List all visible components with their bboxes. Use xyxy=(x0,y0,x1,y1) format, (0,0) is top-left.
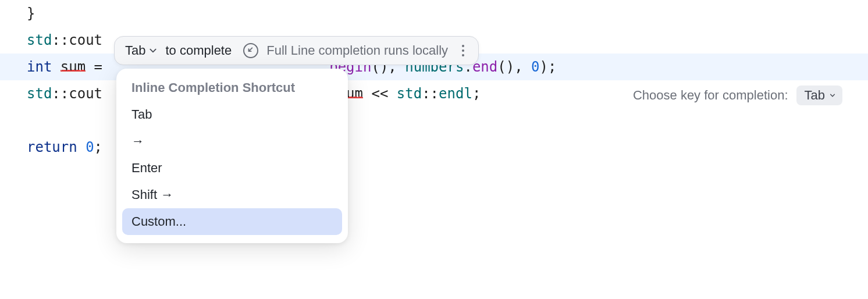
token-return: return xyxy=(27,139,77,155)
token-zero: 0 xyxy=(531,59,539,75)
token-close: ); xyxy=(539,59,556,75)
token-cout2: cout xyxy=(69,86,102,102)
completion-key-label: Tab xyxy=(125,43,145,58)
shortcut-option-custom[interactable]: Custom... xyxy=(122,208,342,235)
shortcut-option-enter[interactable]: Enter xyxy=(122,155,342,181)
token-cout: cout xyxy=(69,32,102,48)
token-eq: = xyxy=(86,59,111,75)
token-scope: :: xyxy=(52,32,69,48)
shortcut-option-tab[interactable]: Tab xyxy=(122,101,342,128)
choose-key-chip[interactable]: Tab xyxy=(796,86,842,105)
token-end-args: (), xyxy=(497,59,531,75)
token-space xyxy=(77,139,86,155)
token-std: std xyxy=(27,32,52,48)
choose-key-label: Choose key for completion: xyxy=(633,88,788,103)
token-scope2: :: xyxy=(52,86,69,102)
shortcut-option-right[interactable]: → xyxy=(122,128,342,155)
token-sum: sum xyxy=(61,59,86,75)
token-semi3: ; xyxy=(94,139,102,155)
token-endl: endl xyxy=(439,86,472,102)
chevron-down-icon xyxy=(149,43,157,58)
to-complete-label: to complete xyxy=(165,43,232,58)
token-std3: std xyxy=(397,86,422,102)
shortcut-option-shift-right[interactable]: Shift → xyxy=(122,181,342,208)
choose-key-hint: Choose key for completion: Tab xyxy=(633,82,842,109)
code-line-brace: } xyxy=(0,0,868,27)
token-lt2: << xyxy=(363,86,397,102)
token-std2: std xyxy=(27,86,52,102)
local-completion-hint: Full Line completion runs locally xyxy=(266,43,448,58)
brace-close: } xyxy=(27,5,35,22)
completion-key-dropdown[interactable]: Tab xyxy=(125,43,157,58)
local-completion-icon xyxy=(243,43,258,58)
completion-toolbar: Tab to complete Full Line completion run… xyxy=(114,36,479,65)
choose-key-chip-label: Tab xyxy=(805,88,825,103)
shortcut-dropdown-menu: Inline Completion Shortcut Tab → Enter S… xyxy=(116,69,348,243)
token-scope3: :: xyxy=(422,86,439,102)
token-semi2: ; xyxy=(472,86,481,102)
token-int: int xyxy=(27,59,52,75)
shortcut-menu-title: Inline Completion Shortcut xyxy=(122,77,342,101)
token-zero2: 0 xyxy=(86,139,94,155)
chevron-down-icon xyxy=(830,92,835,98)
more-options-button[interactable] xyxy=(460,42,467,59)
